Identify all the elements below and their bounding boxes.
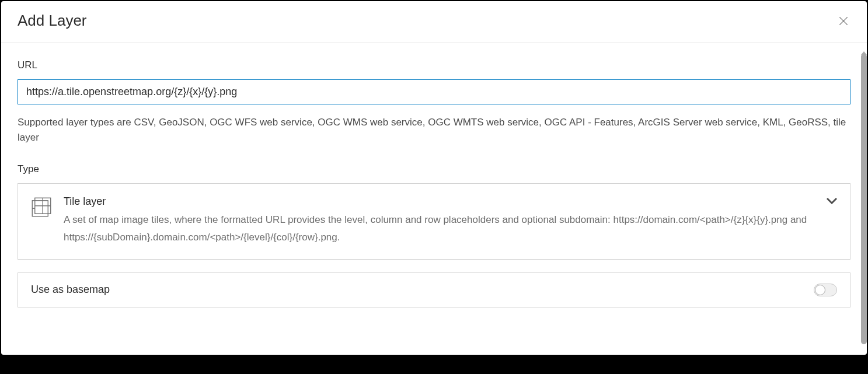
close-button[interactable] — [836, 14, 850, 28]
svg-marker-7 — [827, 198, 837, 204]
close-icon — [838, 15, 849, 27]
basemap-label: Use as basemap — [31, 284, 110, 296]
url-input[interactable] — [18, 79, 850, 104]
chevron-down-icon — [827, 197, 837, 207]
url-help-text: Supported layer types are CSV, GeoJSON, … — [18, 115, 850, 145]
basemap-toggle[interactable] — [814, 284, 837, 296]
dialog-header: Add Layer — [1, 1, 867, 43]
tile-layer-icon — [31, 197, 52, 218]
add-layer-dialog: Add Layer URL Supported layer types are … — [1, 1, 867, 355]
type-selector[interactable]: Tile layer A set of map image tiles, whe… — [18, 183, 850, 260]
type-label: Type — [18, 163, 850, 175]
type-description: A set of map image tiles, where the form… — [64, 211, 837, 246]
type-title: Tile layer — [64, 195, 837, 208]
url-label: URL — [18, 60, 850, 71]
toggle-knob — [815, 285, 825, 295]
dialog-body: URL Supported layer types are CSV, GeoJS… — [1, 43, 867, 355]
dialog-title: Add Layer — [18, 12, 87, 30]
basemap-row: Use as basemap — [18, 272, 850, 307]
type-content: Tile layer A set of map image tiles, whe… — [64, 195, 837, 246]
